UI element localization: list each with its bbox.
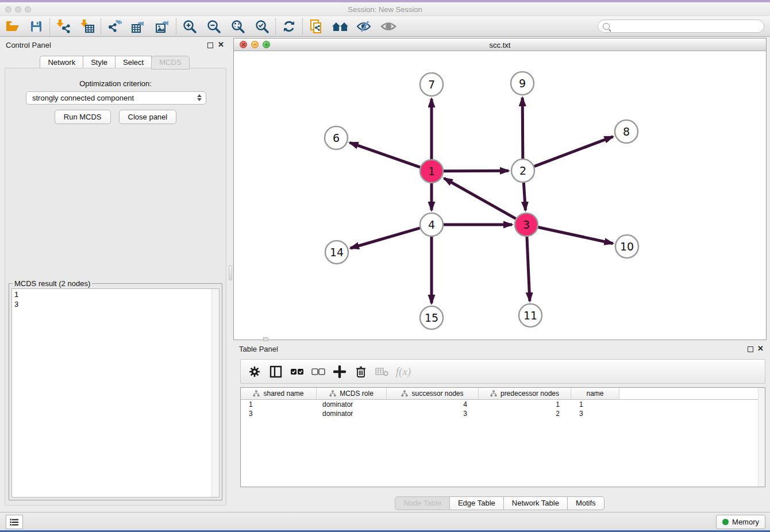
- tab-network-table[interactable]: Network Table: [503, 496, 568, 510]
- graph-node-label: 9: [519, 77, 526, 90]
- clear-checks-button[interactable]: [310, 364, 326, 380]
- graph-node-4[interactable]: 4: [420, 213, 443, 236]
- open-session-button[interactable]: [0, 17, 24, 36]
- refresh-layout-button[interactable]: [277, 17, 301, 36]
- run-mcds-button[interactable]: Run MCDS: [55, 110, 111, 124]
- column-header-predecessor-nodes[interactable]: predecessor nodes: [479, 388, 571, 399]
- graph-edge-3-11[interactable]: [527, 237, 530, 301]
- import-table-button[interactable]: [75, 17, 99, 36]
- control-panel-float-icon[interactable]: [207, 43, 213, 48]
- toolbar-separator: [176, 18, 176, 34]
- zoom-selected-button[interactable]: [250, 17, 274, 36]
- show-hidden-button[interactable]: [376, 17, 401, 36]
- network-home-button[interactable]: [328, 17, 352, 36]
- graph-node-2[interactable]: 2: [511, 159, 534, 182]
- search-input[interactable]: [613, 22, 764, 30]
- column-header-label: predecessor nodes: [500, 390, 559, 398]
- table-cell[interactable]: 1: [241, 400, 317, 409]
- network-view-window: ✕ − + scc.txt 7968124314101511: [233, 38, 767, 340]
- network-window-titlebar[interactable]: ✕ − + scc.txt: [234, 38, 766, 51]
- table-scrollbar[interactable]: [758, 388, 765, 487]
- graph-edge-2-3[interactable]: [523, 183, 525, 210]
- table-cell[interactable]: dominator: [317, 409, 387, 418]
- table-cell[interactable]: 3: [571, 409, 619, 418]
- zoom-out-button[interactable]: [202, 17, 226, 36]
- table-panel-close-icon[interactable]: ✕: [757, 346, 764, 352]
- mcds-result-title: MCDS result (2 nodes): [13, 279, 92, 288]
- tab-motifs[interactable]: Motifs: [567, 496, 605, 510]
- column-header-shared-name[interactable]: shared name: [241, 388, 317, 399]
- table-row[interactable]: 1dominator411: [241, 400, 765, 409]
- graph-node-1[interactable]: 1: [420, 160, 443, 183]
- graph-edge-1-2[interactable]: [444, 171, 509, 171]
- graph-edge-3-10[interactable]: [538, 227, 613, 243]
- graph-edge-1-6[interactable]: [350, 142, 421, 167]
- import-network-button[interactable]: [51, 17, 75, 36]
- graph-edge-2-8[interactable]: [534, 137, 613, 167]
- table-cell[interactable]: 2: [479, 409, 571, 418]
- zoom-fit-icon: [230, 19, 245, 34]
- table-row[interactable]: 3dominator323: [241, 409, 765, 418]
- mcds-result-scrollbar[interactable]: [211, 289, 219, 497]
- show-column-panel-button[interactable]: [268, 364, 284, 380]
- trash-icon: [355, 365, 367, 378]
- graph-node-6[interactable]: 6: [325, 126, 348, 149]
- tab-node-table[interactable]: Node Table: [395, 496, 450, 510]
- tab-mcds[interactable]: MCDS: [151, 56, 189, 70]
- splitter-handle[interactable]: [229, 265, 232, 280]
- export-image-button[interactable]: [151, 17, 175, 36]
- control-panel-close-icon[interactable]: ✕: [218, 42, 224, 48]
- zoom-fit-button[interactable]: [226, 17, 250, 36]
- criterion-select[interactable]: strongly connected component: [26, 91, 206, 105]
- table-cell[interactable]: dominator: [317, 400, 387, 409]
- network-resize-grip[interactable]: [263, 337, 268, 341]
- plus-icon: [333, 365, 346, 378]
- open-folder-icon: [5, 19, 20, 34]
- task-history-button[interactable]: [6, 515, 23, 529]
- tab-edge-table[interactable]: Edge Table: [449, 496, 504, 510]
- network-canvas[interactable]: 7968124314101511: [234, 51, 766, 340]
- export-table-button[interactable]: [126, 17, 151, 36]
- toolbar-separator: [302, 18, 303, 34]
- hide-selected-button[interactable]: [352, 17, 376, 36]
- clone-network-button[interactable]: [304, 17, 328, 36]
- unchecked-boxes-icon: [311, 367, 325, 376]
- zoom-in-button[interactable]: [178, 17, 202, 36]
- delete-table-button[interactable]: [374, 364, 390, 380]
- graph-node-9[interactable]: 9: [511, 72, 534, 95]
- close-panel-button[interactable]: Close panel: [119, 110, 177, 124]
- graph-node-14[interactable]: 14: [325, 241, 348, 264]
- mcds-result-text[interactable]: 1 3: [11, 288, 220, 498]
- node-table: shared nameMCDS rolesuccessor nodesprede…: [240, 387, 765, 487]
- graph-edge-3-1[interactable]: [444, 178, 516, 218]
- delete-entry-button[interactable]: [353, 364, 369, 380]
- graph-node-label: 14: [330, 246, 344, 259]
- table-cell[interactable]: 1: [479, 400, 571, 409]
- column-header-name[interactable]: name: [571, 388, 619, 399]
- search-box: [598, 20, 764, 33]
- graph-node-3[interactable]: 3: [515, 213, 538, 236]
- graph-node-15[interactable]: 15: [420, 306, 443, 329]
- graph-edge-2-9[interactable]: [522, 98, 523, 159]
- column-header-successor-nodes[interactable]: successor nodes: [387, 388, 479, 399]
- graph-node-8[interactable]: 8: [615, 120, 638, 143]
- add-entry-button[interactable]: [332, 364, 348, 380]
- graph-edge-4-14[interactable]: [351, 228, 420, 248]
- graph-node-11[interactable]: 11: [519, 304, 542, 327]
- table-cell[interactable]: 3: [241, 409, 317, 418]
- save-session-button[interactable]: [24, 17, 48, 36]
- table-cell[interactable]: 1: [571, 400, 619, 409]
- graph-node-7[interactable]: 7: [420, 73, 443, 96]
- memory-button[interactable]: Memory: [716, 515, 765, 529]
- settings-gear-button[interactable]: [247, 364, 263, 380]
- zoom-out-icon: [206, 19, 221, 34]
- export-network-button[interactable]: [102, 17, 126, 36]
- select-all-checks-button[interactable]: [289, 364, 305, 380]
- table-cell[interactable]: 4: [387, 400, 479, 409]
- function-builder-button[interactable]: f(x): [395, 364, 411, 380]
- column-header-MCDS-role[interactable]: MCDS role: [317, 388, 387, 399]
- graph-node-10[interactable]: 10: [615, 235, 638, 258]
- table-cell[interactable]: 3: [387, 409, 479, 418]
- table-panel-float-icon[interactable]: [748, 346, 753, 352]
- graph-node-label: 8: [623, 125, 630, 138]
